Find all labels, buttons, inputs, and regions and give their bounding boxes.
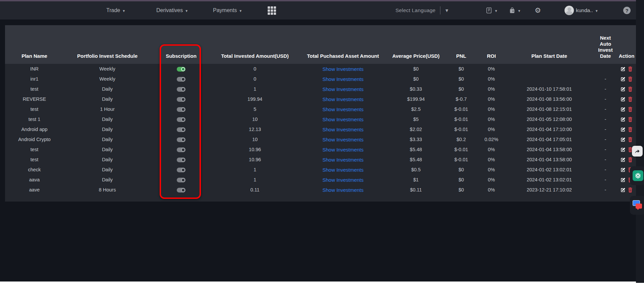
show-investments-link[interactable]: Show Investments xyxy=(322,127,364,132)
investment-plans-panel: Plan NamePortfolio Invest ScheduleSubscr… xyxy=(5,25,636,202)
next-invest-date-cell: - xyxy=(594,96,617,102)
show-investments-link[interactable]: Show Investments xyxy=(322,76,364,82)
edit-icon[interactable] xyxy=(621,157,626,162)
purchased-asset-cell: Show Investments xyxy=(299,137,387,142)
edit-icon[interactable] xyxy=(621,167,626,172)
table-row: test Daily 10.96 Show Investments $5.48 … xyxy=(5,144,636,155)
delete-icon[interactable] xyxy=(628,67,633,72)
subscription-toggle[interactable] xyxy=(177,67,185,72)
next-invest-date-cell: - xyxy=(594,167,617,172)
subscription-cell xyxy=(151,86,211,92)
show-investments-link[interactable]: Show Investments xyxy=(322,137,364,142)
column-header-subscription: Subscription xyxy=(151,53,211,64)
plan-name-cell: test xyxy=(5,106,64,112)
chatgpt-extension-button[interactable] xyxy=(630,166,644,185)
edit-icon[interactable] xyxy=(621,87,626,92)
edit-icon[interactable] xyxy=(621,77,626,82)
chat-bubbles-extension-button[interactable] xyxy=(630,196,644,215)
orders-book-icon[interactable]: ▼ xyxy=(486,1,498,19)
delete-icon[interactable] xyxy=(628,157,633,162)
roi-cell: 0.02% xyxy=(478,137,505,142)
delete-icon[interactable] xyxy=(628,77,633,82)
pnl-cell: $-0.01 xyxy=(444,147,478,152)
show-investments-link[interactable]: Show Investments xyxy=(322,66,364,72)
delete-icon[interactable] xyxy=(628,107,633,112)
delete-icon[interactable] xyxy=(628,97,633,102)
chevron-down-icon: ▼ xyxy=(494,9,498,13)
language-selector-label: Select Language xyxy=(395,7,435,13)
nav-menu-payments[interactable]: Payments ▼ xyxy=(213,1,242,19)
delete-icon[interactable] xyxy=(628,127,633,132)
schedule-cell: Daily xyxy=(64,177,151,182)
plan-name-cell: Android app xyxy=(5,127,64,132)
table-row: test 1 Hour 5 Show Investments $2.5 $-0.… xyxy=(5,104,636,114)
edit-icon[interactable] xyxy=(621,67,626,72)
table-row: aava Daily 1 Show Investments $1 $0 0% 2… xyxy=(5,175,636,185)
pnl-cell: $-0.01 xyxy=(444,127,478,132)
schedule-cell: Daily xyxy=(64,157,151,162)
show-investments-link[interactable]: Show Investments xyxy=(322,86,364,92)
subscription-toggle[interactable] xyxy=(177,77,185,82)
user-menu[interactable]: kunda.. ▼ xyxy=(565,1,598,19)
delete-icon[interactable] xyxy=(628,117,633,122)
language-dropdown-icon: ▼ xyxy=(444,8,449,13)
share-extension-button[interactable] xyxy=(632,146,643,157)
table-body: INR Weekly 0 Show Investments $0 $0 0% xyxy=(5,64,636,195)
subscription-toggle[interactable] xyxy=(177,107,185,112)
plan-name-cell: inr1 xyxy=(5,76,64,82)
edit-icon[interactable] xyxy=(621,127,626,132)
show-investments-link[interactable]: Show Investments xyxy=(322,106,364,112)
edit-icon[interactable] xyxy=(621,177,626,182)
subscription-toggle[interactable] xyxy=(177,147,185,152)
nav-menu-derivatives[interactable]: Derivatives ▼ xyxy=(156,1,188,19)
purchased-asset-cell: Show Investments xyxy=(299,66,387,72)
subscription-toggle[interactable] xyxy=(177,158,185,162)
chevron-down-icon: ▼ xyxy=(122,9,125,13)
delete-icon[interactable] xyxy=(628,87,633,92)
column-header-portfolio-invest-schedule: Portfolio Invest Schedule xyxy=(64,53,151,64)
delete-icon[interactable] xyxy=(628,137,633,142)
edit-icon[interactable] xyxy=(621,147,626,152)
show-investments-link[interactable]: Show Investments xyxy=(322,167,364,173)
schedule-cell: 8 Hours xyxy=(64,187,151,192)
table-header-row: Plan NamePortfolio Invest ScheduleSubscr… xyxy=(5,25,636,64)
roi-cell: 0% xyxy=(478,66,505,72)
subscription-toggle[interactable] xyxy=(177,137,185,142)
nav-menu-trade[interactable]: Trade ▼ xyxy=(106,1,125,19)
scrollbar[interactable] xyxy=(636,0,644,283)
start-date-cell: 2024-01-04 13:58:00 xyxy=(505,147,594,152)
subscription-toggle[interactable] xyxy=(177,127,185,132)
subscription-toggle[interactable] xyxy=(177,178,185,182)
show-investments-link[interactable]: Show Investments xyxy=(322,187,364,193)
edit-icon[interactable] xyxy=(621,187,626,192)
show-investments-link[interactable]: Show Investments xyxy=(322,117,364,122)
edit-icon[interactable] xyxy=(621,107,626,112)
edit-icon[interactable] xyxy=(621,137,626,142)
show-investments-link[interactable]: Show Investments xyxy=(322,96,364,102)
show-investments-link[interactable]: Show Investments xyxy=(322,147,364,153)
subscription-toggle[interactable] xyxy=(177,97,185,102)
invested-amount-cell: 1 xyxy=(211,177,299,182)
invested-amount-cell: 0.11 xyxy=(211,187,299,192)
table-row: inr1 Weekly 0 Show Investments $0 $0 0% … xyxy=(5,74,636,84)
average-price-cell: $0.33 xyxy=(387,86,444,92)
edit-icon[interactable] xyxy=(621,117,626,122)
delete-icon[interactable] xyxy=(628,187,633,192)
subscription-toggle[interactable] xyxy=(177,117,185,122)
subscription-toggle[interactable] xyxy=(177,168,185,172)
show-investments-link[interactable]: Show Investments xyxy=(322,177,364,183)
language-selector[interactable]: Select Language ▼ xyxy=(395,1,449,19)
show-investments-link[interactable]: Show Investments xyxy=(322,157,364,163)
help-icon[interactable]: ? xyxy=(623,1,631,19)
apps-grid-icon[interactable] xyxy=(268,1,276,19)
wallet-icon[interactable]: ▼ xyxy=(509,1,521,19)
subscription-toggle[interactable] xyxy=(177,188,185,192)
purchased-asset-cell: Show Investments xyxy=(299,127,387,132)
gear-icon[interactable]: ⚙ xyxy=(535,1,541,19)
pnl-cell: $-0.01 xyxy=(444,117,478,122)
subscription-toggle[interactable] xyxy=(177,87,185,92)
schedule-cell: Daily xyxy=(64,86,151,92)
purchased-asset-cell: Show Investments xyxy=(299,147,387,153)
edit-icon[interactable] xyxy=(621,97,626,102)
average-price-cell: $199.94 xyxy=(387,96,444,102)
